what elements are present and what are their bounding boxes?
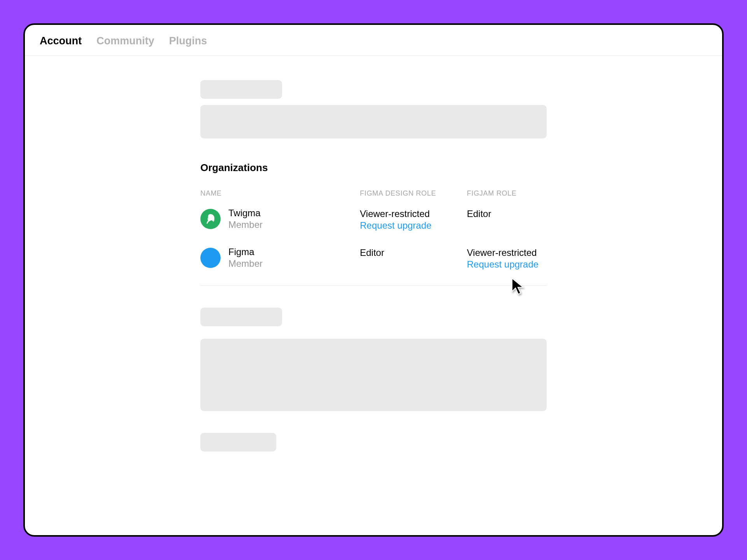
header-design-role: FIGMA DESIGN ROLE — [360, 189, 467, 198]
content-area: Organizations NAME FIGMA DESIGN ROLE FIG… — [25, 56, 722, 535]
figjam-role-cell: Viewer-restricted Request upgrade — [467, 247, 547, 270]
organizations-table: NAME FIGMA DESIGN ROLE FIGJAM ROLE — [200, 189, 547, 270]
tab-community[interactable]: Community — [96, 35, 154, 47]
settings-window: Account Community Plugins Organizations … — [23, 23, 724, 537]
placeholder-section-title-1 — [200, 80, 282, 99]
organization-row: Twigma Member Viewer-restricted Request … — [200, 208, 547, 231]
organizations-title: Organizations — [200, 162, 547, 174]
request-upgrade-link[interactable]: Request upgrade — [360, 220, 467, 231]
placeholder-block-1 — [200, 105, 547, 138]
org-name-cell: Twigma Member — [200, 208, 360, 230]
tab-account[interactable]: Account — [40, 35, 82, 47]
header-name: NAME — [200, 189, 360, 198]
figjam-role: Viewer-restricted — [467, 247, 547, 258]
org-avatar-figma — [200, 248, 221, 268]
figjam-role: Editor — [467, 208, 547, 219]
org-member-role: Member — [228, 258, 263, 269]
org-member-role: Member — [228, 219, 263, 230]
request-upgrade-link[interactable]: Request upgrade — [467, 259, 547, 270]
section-divider — [200, 285, 547, 286]
tab-bar: Account Community Plugins — [25, 25, 722, 56]
design-role-cell: Viewer-restricted Request upgrade — [360, 208, 467, 231]
leaf-icon — [205, 213, 216, 225]
organization-row: Figma Member Editor Viewer-restricted Re… — [200, 247, 547, 270]
placeholder-section-title-2 — [200, 308, 282, 326]
placeholder-block-2 — [200, 339, 547, 411]
design-role: Viewer-restricted — [360, 208, 467, 219]
placeholder-section-title-3 — [200, 433, 276, 452]
design-role-cell: Editor — [360, 247, 467, 258]
tab-plugins[interactable]: Plugins — [169, 35, 207, 47]
org-name: Twigma — [228, 208, 263, 219]
org-name-text: Twigma Member — [228, 208, 263, 230]
org-name: Figma — [228, 247, 263, 257]
org-name-text: Figma Member — [228, 247, 263, 269]
org-avatar-twigma — [200, 209, 221, 229]
figjam-role-cell: Editor — [467, 208, 547, 219]
org-name-cell: Figma Member — [200, 247, 360, 269]
organizations-header: NAME FIGMA DESIGN ROLE FIGJAM ROLE — [200, 189, 547, 198]
header-figjam-role: FIGJAM ROLE — [467, 189, 547, 198]
design-role: Editor — [360, 247, 467, 258]
content-inner: Organizations NAME FIGMA DESIGN ROLE FIG… — [200, 56, 547, 535]
